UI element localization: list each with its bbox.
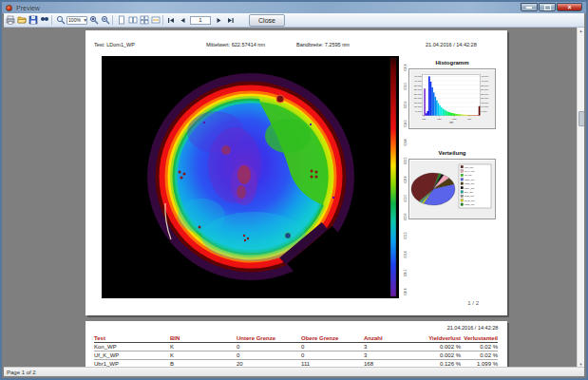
svg-text:5,000: 5,000 [415,110,422,113]
svg-text:622.0: 622.0 [404,213,408,220]
test-label: Test: LDom1_WP [94,42,135,48]
chevron-down-icon: ▼ [83,17,87,23]
page-number-input[interactable] [190,16,211,25]
zoom-icon[interactable] [55,15,66,26]
svg-text:40,000: 40,000 [414,80,422,83]
svg-text:620.0: 620.0 [404,288,408,295]
svg-text:623.0: 623.0 [404,176,408,183]
two-pages-icon[interactable] [127,15,138,26]
svg-text:Ubr2_WP: Ubr2_WP [465,182,475,185]
toolbar-separator [162,15,163,25]
svg-text:25,000: 25,000 [481,93,488,96]
table-header: Verlustanteil [461,334,498,343]
zoom-out-icon[interactable] [100,15,110,26]
find-icon[interactable] [39,15,49,26]
svg-text:15,000: 15,000 [481,102,488,104]
svg-text:622: 622 [437,118,442,121]
toolbar-separator [112,15,113,25]
zoom-in-icon[interactable] [88,15,99,26]
svg-text:623: 623 [452,118,457,121]
table-header: Yieldverlust [421,334,461,343]
page-width-icon[interactable] [150,15,161,26]
svg-text:45,000: 45,000 [414,75,422,78]
svg-text:nm: nm [449,122,454,124]
svg-text:10,000: 10,000 [481,105,488,108]
page-indicator: 1 / 2 [467,300,479,306]
svg-text:30,000: 30,000 [414,88,422,91]
svg-text:Ubr1_WP: Ubr1_WP [465,179,475,181]
vertical-scrollbar[interactable]: ▲ ▼ [577,28,584,368]
svg-text:15,000: 15,000 [414,102,422,104]
histogram-title: Histogramm [408,60,496,66]
table-header: BIN [170,334,237,343]
table-header: Untere Grenze [237,334,301,343]
minimize-button[interactable] [521,3,538,11]
svg-text:621.5: 621.5 [404,232,408,239]
svg-text:Rest_WP: Rest_WP [465,195,475,198]
svg-text:Ubr4_WP: Ubr4_WP [465,187,475,190]
toolbar-separator [51,15,52,25]
whole-page-icon[interactable] [116,15,126,26]
toolbar: 100% ▼ [4,13,584,28]
print-icon[interactable] [5,15,15,26]
svg-text:620.5: 620.5 [404,269,408,276]
page-status: Page 1 of 2 [7,370,36,375]
svg-text:10,000: 10,000 [414,105,422,108]
close-preview-button[interactable]: Close [249,14,285,27]
svg-text:Kon_WP: Kon_WP [465,166,474,169]
svg-text:20,000: 20,000 [414,97,422,100]
close-window-button[interactable]: × [557,3,582,11]
zoom-level-value: 100% [68,17,81,22]
zoom-level-select[interactable]: 100% ▼ [66,16,87,25]
preview-window: Preview × 100% ▼ [0,0,588,380]
wafer-map-image [102,56,399,298]
statusbar: Page 1 of 2 [4,367,584,376]
svg-text:25,000: 25,000 [414,93,422,96]
svg-text:625.5: 625.5 [404,83,408,90]
scroll-up-icon[interactable]: ▲ [578,28,584,34]
maximize-button[interactable] [539,3,556,11]
results-table: TestBINUntere GrenzeObere GrenzeAnzahlYi… [94,334,498,368]
svg-text:35,000: 35,000 [414,85,422,87]
svg-text:Uf_B_WP: Uf_B_WP [465,200,475,202]
table-header: Obere Grenze [301,334,364,343]
svg-text:624.0: 624.0 [404,139,408,146]
svg-text:621.0: 621.0 [404,251,408,258]
svg-text:30,000: 30,000 [481,88,488,91]
mittelwert-label: Mittelwert: 622.57414 nm [206,42,265,48]
save-icon[interactable] [28,15,38,26]
svg-text:20,000: 20,000 [481,97,488,100]
datetime-label: 21.04.2016 / 14:42:28 [426,42,477,48]
svg-text:IO_WP: IO_WP [465,174,472,177]
svg-text:45,000: 45,000 [481,75,488,78]
svg-text:626.0: 626.0 [404,64,408,71]
svg-text:622.5: 622.5 [404,195,408,202]
bandbreite-label: Bandbreite: 7.2595 nm [296,42,350,48]
svg-text:Ubr3_WP: Ubr3_WP [465,203,475,206]
first-page-icon[interactable] [166,15,177,26]
pie-title: Verteilung [408,150,496,156]
preview-area[interactable]: Test: LDom1_WP Mittelwert: 622.57414 nm … [4,28,584,368]
report-page-1: Test: LDom1_WP Mittelwert: 622.57414 nm … [85,30,507,315]
svg-text:625.0: 625.0 [404,101,408,108]
svg-text:40,000: 40,000 [481,80,488,83]
svg-text:623.5: 623.5 [404,157,408,164]
open-icon[interactable] [16,15,27,26]
datetime-label: 21.04.2016 / 14:42:28 [446,325,498,331]
titlebar[interactable]: Preview × [2,2,586,13]
table-header: Anzahl [364,334,421,343]
four-pages-icon[interactable] [139,15,149,26]
next-page-icon[interactable] [214,15,224,26]
prev-page-icon[interactable] [178,15,188,26]
svg-text:624: 624 [467,118,472,121]
histogram-panel: 5,0005,00010,00010,00015,00015,00020,000… [408,68,496,129]
svg-text:BW_WP: BW_WP [465,191,473,194]
table-header: Test [94,334,170,343]
table-row: Uf_K_WPK0030.002 %0.02 % [94,352,498,360]
pie-panel: Kon_WPUf_K_WPIO_WPUbr1_WPUbr2_WPUbr4_WPB… [408,159,496,219]
svg-text:5,000: 5,000 [481,110,487,113]
scrollbar-thumb[interactable] [579,111,584,126]
last-page-icon[interactable] [225,15,236,26]
svg-text:624.5: 624.5 [404,120,408,127]
report-page-2: 21.04.2016 / 14:42:28 TestBINUntere Gren… [85,321,507,368]
